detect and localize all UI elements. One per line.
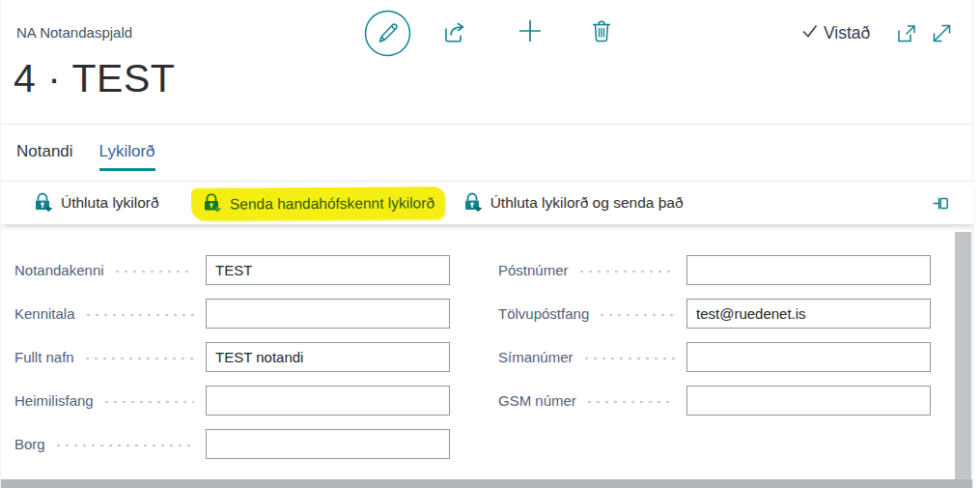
dotted-leader xyxy=(113,270,194,273)
tolvupostfang-input[interactable] xyxy=(686,299,931,329)
pin-button[interactable] xyxy=(925,191,958,215)
tab-notandi[interactable]: Notandi xyxy=(16,142,73,171)
field-row-heimilisfang: Heimilisfang xyxy=(14,386,450,416)
field-label: Póstnúmer xyxy=(498,262,569,278)
form-column-left: Notandakenni Kennitala Fullt nafn Heimil… xyxy=(14,255,450,459)
field-label: GSM númer xyxy=(498,392,576,409)
lock-icon xyxy=(201,191,222,215)
trash-icon xyxy=(589,32,614,46)
page-bottom-edge xyxy=(1,479,972,488)
viewport-right-edge xyxy=(972,0,973,488)
share-icon xyxy=(442,33,468,47)
expand-icon xyxy=(929,35,955,49)
simanumer-input[interactable] xyxy=(686,342,931,372)
action-bar: Úthluta lykilorð Senda handahófskennt ly… xyxy=(1,181,973,224)
dotted-leader xyxy=(84,313,194,317)
dotted-leader xyxy=(582,357,675,360)
field-row-kennitala: Kennitala xyxy=(14,299,450,329)
dotted-leader xyxy=(577,270,675,273)
field-row-simanumer: Símanúmer xyxy=(498,342,931,372)
field-label: Notandakenni xyxy=(14,262,104,278)
postnumer-input[interactable] xyxy=(686,255,931,285)
field-row-tolvupostfang: Tölvupóstfang xyxy=(498,299,931,329)
gsm-numer-input[interactable] xyxy=(686,386,931,416)
dotted-leader xyxy=(83,357,194,360)
tab-strip: Notandi Lykilorð xyxy=(16,142,155,171)
field-label: Borg xyxy=(14,436,45,452)
action-uthluta-lykilord-og-senda[interactable]: Úthluta lykilorð og senda það xyxy=(460,187,686,219)
field-row-fullt-nafn: Fullt nafn xyxy=(14,342,450,372)
page-caption: NA Notandaspjald xyxy=(16,24,132,41)
field-row-postnumer: Póstnúmer xyxy=(498,255,931,285)
action-uthluta-lykilord[interactable]: Úthluta lykilorð xyxy=(30,187,161,219)
field-label: Tölvupóstfang xyxy=(498,305,589,322)
heimilisfang-input[interactable] xyxy=(206,386,450,416)
vertical-scrollbar-thumb[interactable] xyxy=(955,232,971,488)
action-label: Senda handahófskennt lykilorð xyxy=(230,193,434,212)
action-senda-handahofskennt-lykilord[interactable]: Senda handahófskennt lykilorð xyxy=(191,187,444,219)
check-icon xyxy=(800,22,819,44)
field-row-borg: Borg xyxy=(14,429,450,459)
field-label: Símanúmer xyxy=(498,349,574,365)
delete-button[interactable] xyxy=(589,17,614,43)
page-title: 4 · TEST xyxy=(14,56,175,101)
lock-icon xyxy=(462,191,483,215)
notandakenni-input[interactable] xyxy=(206,255,450,285)
plus-icon xyxy=(516,34,545,48)
field-label: Kennitala xyxy=(14,305,75,322)
action-label: Úthluta lykilorð xyxy=(61,194,159,212)
dotted-leader xyxy=(102,400,194,404)
form-column-right: Póstnúmer Tölvupóstfang Símanúmer GSM nú… xyxy=(498,255,931,416)
dotted-leader xyxy=(54,444,194,447)
new-button[interactable] xyxy=(516,16,545,45)
kennitala-input[interactable] xyxy=(206,299,450,329)
save-status: Vistað xyxy=(800,22,870,44)
popout-button[interactable] xyxy=(895,22,918,45)
share-button[interactable] xyxy=(442,19,468,44)
pushpin-icon xyxy=(931,202,952,216)
action-label: Úthluta lykilorð og senda það xyxy=(490,194,684,212)
fullt-nafn-input[interactable] xyxy=(206,342,450,372)
open-window-icon xyxy=(895,34,918,48)
field-row-gsm-numer: GSM númer xyxy=(498,386,931,416)
expand-button[interactable] xyxy=(929,20,955,46)
tab-lykilord[interactable]: Lykilorð xyxy=(99,142,155,171)
field-label: Heimilisfang xyxy=(14,392,94,409)
field-label: Fullt nafn xyxy=(14,349,74,365)
field-row-notandakenni: Notandakenni xyxy=(14,255,450,285)
dotted-leader xyxy=(585,400,675,404)
header-divider xyxy=(1,124,973,125)
lock-icon xyxy=(32,191,53,215)
borg-input[interactable] xyxy=(206,429,450,459)
dotted-leader xyxy=(598,313,675,317)
edit-button[interactable] xyxy=(364,10,411,57)
pencil-icon xyxy=(364,45,411,60)
save-status-label: Vistað xyxy=(824,23,870,43)
user-card-page: NA Notandaspjald 4 · TEST xyxy=(0,0,980,488)
